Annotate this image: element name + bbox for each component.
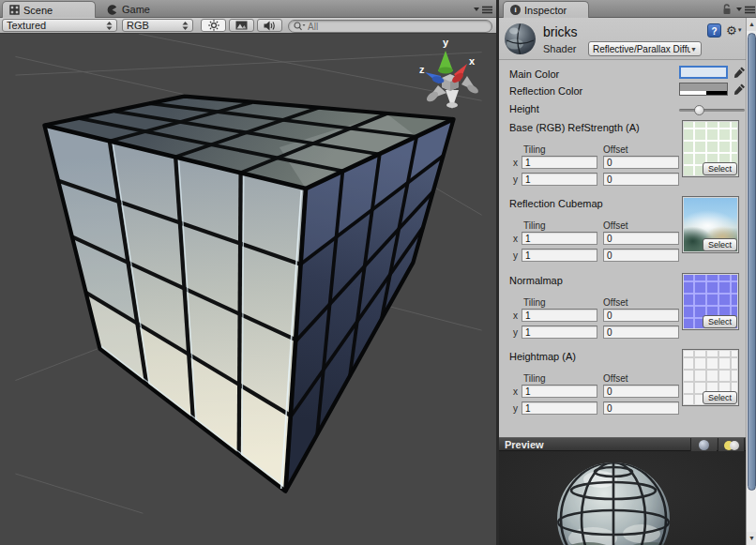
tiling-y-field[interactable] [522,173,597,186]
inspector-content: bricks Shader Reflective/Parallax Diffus… [499,18,746,437]
preview-lighting-button[interactable] [718,438,745,452]
scene-effects-toggle[interactable] [229,19,254,32]
offset-x-field[interactable] [603,385,679,398]
offset-header: Offset [603,373,628,384]
preview-title: Preview [505,439,544,450]
y-row-label: y [513,327,518,338]
inspector-panel-menu-icon[interactable] [735,5,756,15]
tiling-y-field[interactable] [522,325,597,339]
eyedropper-icon[interactable] [733,83,746,96]
material-preview[interactable] [499,451,746,545]
offset-y-field[interactable] [603,325,679,339]
heightmap-texture-thumbnail[interactable]: Select [682,349,739,406]
x-row-label: x [513,234,518,244]
inspector-tabstrip: i Inspector [499,0,756,18]
tab-game-label: Game [122,4,150,15]
tiling-x-field[interactable] [522,309,597,322]
y-row-label: y [513,174,518,185]
main-color-swatch[interactable] [679,66,728,79]
x-row-label: x [513,386,518,397]
tiling-header: Tiling [523,220,546,231]
offset-header: Offset [603,144,628,155]
tab-game[interactable]: Game [99,1,180,18]
tab-scene-label: Scene [23,5,53,16]
tiling-y-field[interactable] [522,401,597,415]
offset-x-field[interactable] [603,232,679,245]
texture-section-base: Base (RGB) RefStrength (A) Tiling Offset… [499,120,746,190]
updown-arrows-icon [106,22,113,30]
tiling-header: Tiling [523,373,546,384]
material-header: bricks Shader Reflective/Parallax Diffus… [499,18,746,60]
tiling-y-field[interactable] [522,249,597,262]
reflection-color-swatch[interactable] [679,83,728,96]
shader-dropdown[interactable]: Reflective/Parallax Diffuse ▼ [588,41,702,56]
inspector-scrollbar[interactable]: ▲ ▼ [746,18,756,545]
select-button[interactable]: Select [703,238,737,251]
section-label: Base (RGB) RefStrength (A) [509,122,640,133]
image-icon [235,21,248,30]
reflection-color-label: Reflection Color [509,85,582,97]
gizmo-y-axis[interactable] [438,51,453,74]
offset-x-field[interactable] [603,309,679,322]
scene-toolbar: Textured RGB [0,18,497,34]
tiling-header: Tiling [523,144,546,155]
gizmo-z-label: z [419,64,425,75]
texture-section-normalmap: Normalmap Tiling Offset x y Select [499,273,746,343]
preview-header[interactable]: Preview [499,437,746,451]
tab-scene[interactable]: Scene [2,1,96,18]
tiling-x-field[interactable] [522,156,597,169]
section-label: Reflection Cubemap [509,198,603,209]
height-slider-handle[interactable] [694,105,704,115]
select-button[interactable]: Select [703,162,737,175]
help-book-icon[interactable]: ? [707,23,721,38]
tab-inspector[interactable]: i Inspector [503,1,589,18]
sphere-icon [699,440,709,450]
scroll-up-button[interactable]: ▲ [747,18,756,31]
gizmo-x-label: x [469,55,476,67]
cubemap-texture-thumbnail[interactable]: Select [682,196,739,253]
texture-section-heightmap: Heightmap (A) Tiling Offset x y Select [499,349,746,419]
scene-audio-toggle[interactable] [257,19,282,32]
unity-editor-window: Scene Game Textured RGB [0,0,756,545]
x-row-label: x [513,158,518,168]
scrollbar-thumb[interactable] [748,33,756,491]
preview-shape-button[interactable] [690,438,717,452]
texture-section-cubemap: Reflection Cubemap Tiling Offset x y Sel… [499,196,746,266]
scene-lighting-toggle[interactable] [201,19,226,32]
tiling-x-field[interactable] [522,385,597,398]
offset-header: Offset [603,297,628,308]
select-button[interactable]: Select [703,315,737,328]
sun-icon [208,20,219,31]
material-name: bricks [543,24,578,39]
normalmap-texture-thumbnail[interactable]: Select [682,273,739,330]
textured-cube[interactable] [44,97,453,492]
material-ball-thumbnail [504,23,537,55]
offset-y-field[interactable] [603,249,679,262]
tiling-x-field[interactable] [522,232,597,245]
render-mode-dropdown[interactable]: Textured [2,19,117,32]
offset-x-field[interactable] [603,156,679,169]
updown-arrows-icon [182,22,189,30]
select-button[interactable]: Select [703,391,737,404]
height-slider[interactable] [679,109,745,112]
shader-value: Reflective/Parallax Diffuse [593,44,690,54]
shader-label: Shader [543,43,576,54]
color-channel-dropdown[interactable]: RGB [122,19,193,32]
scene-search-field[interactable] [288,20,492,33]
orientation-gizmo[interactable]: y x z [413,36,491,111]
color-channel-value: RGB [127,20,182,31]
scroll-down-button[interactable]: ▼ [747,532,756,545]
gizmo-z-axis[interactable] [425,72,445,84]
scene-viewport[interactable]: y x z [0,34,497,545]
eyedropper-icon[interactable] [733,66,746,79]
scene-panel-menu-icon[interactable] [473,5,493,15]
scene-search-input[interactable] [306,21,465,33]
offset-y-field[interactable] [603,401,679,415]
gear-icon[interactable]: ⚙▼ [726,23,744,38]
offset-header: Offset [603,220,628,231]
chevron-down-icon: ▼ [690,46,697,53]
open-padlock-icon[interactable] [721,4,733,15]
base-texture-thumbnail[interactable]: Select [682,120,739,177]
offset-y-field[interactable] [603,173,679,186]
pacman-icon [106,4,118,16]
